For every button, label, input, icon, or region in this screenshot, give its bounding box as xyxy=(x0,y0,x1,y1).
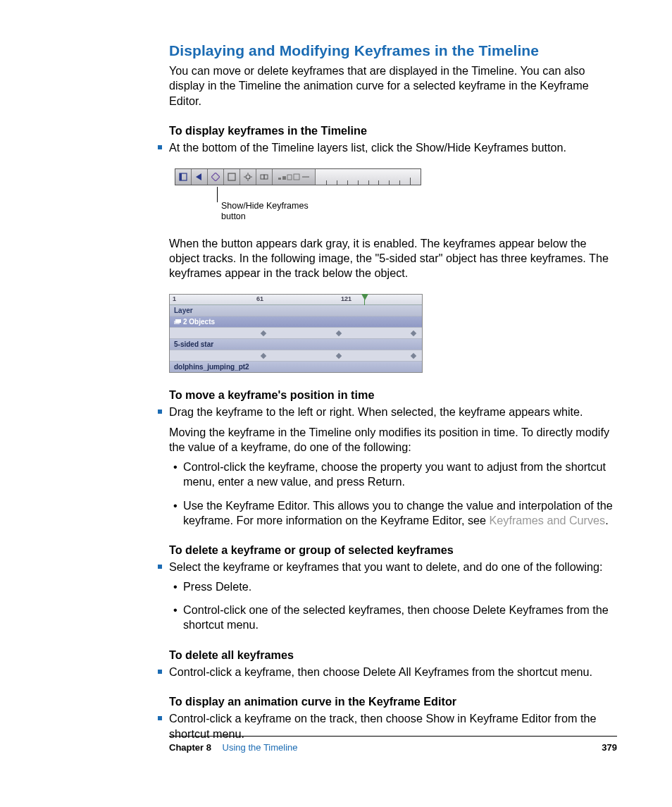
substep-press-delete: Press Delete. xyxy=(183,579,617,594)
zoom-slider[interactable] xyxy=(273,169,316,185)
step-delete-all: Control-click a keyframe, then choose De… xyxy=(169,665,617,679)
svg-rect-14 xyxy=(287,175,292,180)
keyframe-marker[interactable] xyxy=(336,330,342,335)
svg-rect-13 xyxy=(282,176,286,180)
track-row-layer[interactable]: Layer xyxy=(170,305,422,316)
subhead-display-keyframes: To display keyframes in the Timeline xyxy=(169,124,617,137)
show-hide-keyframes-button[interactable] xyxy=(208,169,224,185)
gear-icon xyxy=(244,173,252,181)
stack-icon xyxy=(174,319,181,325)
ruler-tick-1: 1 xyxy=(173,295,176,302)
figure-toolbar: Show/Hide Keyframes button xyxy=(175,168,421,185)
track-label-objects: 2 Objects xyxy=(183,318,215,326)
link-icon xyxy=(260,173,268,181)
page-footer: Chapter 8 Using the Timeline 379 xyxy=(169,736,617,753)
keyframe-marker[interactable] xyxy=(261,352,266,358)
footer-page-number: 379 xyxy=(602,742,617,753)
substep-control-click-delete: Control-click one of the selected keyfra… xyxy=(183,603,617,633)
svg-marker-2 xyxy=(196,173,201,180)
slider-icon xyxy=(277,173,311,181)
toolbar-ruler xyxy=(316,169,421,185)
keyframe-marker[interactable] xyxy=(411,352,416,358)
subhead-move-keyframe: To move a keyframe's position in time xyxy=(169,388,617,402)
playhead-icon[interactable] xyxy=(361,294,368,300)
step-drag-keyframe: Drag the keyframe to the left or right. … xyxy=(169,405,617,529)
step-show-hide-button: At the bottom of the Timeline layers lis… xyxy=(169,140,617,155)
ruler-tick-121: 121 xyxy=(341,295,351,302)
keyframe-marker[interactable] xyxy=(336,352,342,358)
callout-label: Show/Hide Keyframes button xyxy=(221,201,320,223)
footer-title: Using the Timeline xyxy=(223,742,298,753)
subhead-show-curve: To display an animation curve in the Key… xyxy=(169,695,617,708)
toolbar-button-5[interactable] xyxy=(240,169,256,185)
svg-rect-4 xyxy=(228,173,235,180)
timeline-ruler: 1 61 121 xyxy=(170,295,422,305)
subhead-delete-keyframe: To delete a keyframe or group of selecte… xyxy=(169,543,617,557)
play-left-icon xyxy=(196,173,203,180)
svg-rect-15 xyxy=(294,174,299,180)
svg-point-5 xyxy=(246,175,250,179)
substep-control-click-property: Control-click the keyframe, choose the p… xyxy=(183,460,617,490)
keyframe-diamond-icon xyxy=(211,173,220,181)
ruler-tick-61: 61 xyxy=(256,295,263,302)
keyframe-marker[interactable] xyxy=(411,330,416,335)
svg-rect-11 xyxy=(264,175,268,179)
subhead-delete-all: To delete all keyframes xyxy=(169,648,617,662)
step-text: Drag the keyframe to the left or right. … xyxy=(169,405,583,418)
square-icon xyxy=(228,173,236,181)
track-row-star[interactable]: 5-sided star xyxy=(170,339,422,350)
toolbar-button-6[interactable] xyxy=(256,169,273,185)
track-row-objects[interactable]: 2 Objects xyxy=(170,316,422,328)
toolbar-button-4[interactable] xyxy=(224,169,240,185)
substep-keyframe-editor: Use the Keyframe Editor. This allows you… xyxy=(183,498,617,529)
cross-reference-link[interactable]: Keyframes and Curves xyxy=(490,514,606,526)
keyframe-track-star[interactable] xyxy=(170,350,422,362)
svg-rect-18 xyxy=(175,319,181,323)
step-select-delete: Select the keyframe or keyframes that yo… xyxy=(169,560,617,633)
paragraph-move-note: Moving the keyframe in the Timeline only… xyxy=(169,425,617,455)
svg-rect-10 xyxy=(261,175,264,179)
callout-leader-line xyxy=(217,187,218,202)
toolbar-button-2[interactable] xyxy=(192,169,208,185)
substep-text-b: . xyxy=(605,514,609,526)
track-row-dolphins[interactable]: dolphins_jumping_pt2 xyxy=(170,362,422,372)
intro-paragraph: You can move or delete keyframes that ar… xyxy=(169,63,617,109)
keyframe-marker[interactable] xyxy=(261,330,266,335)
paragraph-after-fig1: When the button appears dark gray, it is… xyxy=(169,236,617,281)
figure-timeline-tracks: 1 61 121 Layer 2 Objects 5-sided star do… xyxy=(169,294,423,373)
keyframe-track-objects[interactable] xyxy=(170,328,422,339)
svg-marker-3 xyxy=(211,173,220,181)
panel-icon xyxy=(179,173,187,181)
step-text: Select the keyframe or keyframes that yo… xyxy=(169,560,602,573)
timeline-toolbar xyxy=(175,168,421,185)
toolbar-button-1[interactable] xyxy=(175,169,192,185)
svg-rect-1 xyxy=(180,173,182,180)
footer-chapter: Chapter 8 xyxy=(169,742,211,753)
svg-rect-12 xyxy=(278,178,281,180)
section-heading: Displaying and Modifying Keyframes in th… xyxy=(169,42,617,59)
